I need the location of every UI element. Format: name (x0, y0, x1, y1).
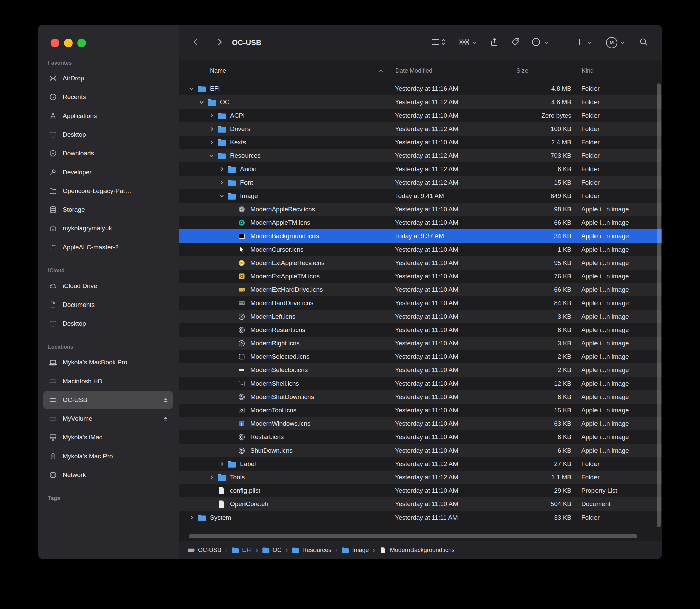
vertical-scrollbar-thumb[interactable] (657, 83, 661, 527)
doc-plist-icon (216, 487, 227, 495)
sidebar-item-documents[interactable]: Documents (43, 296, 173, 314)
disclosure-closed-icon[interactable] (207, 113, 216, 118)
disclosure-closed-icon[interactable] (217, 461, 226, 467)
file-row-modernrestart-icns[interactable]: ModernRestart.icnsYesterday at 11:10 AM6… (178, 323, 662, 337)
search-button[interactable] (639, 37, 649, 48)
disclosure-closed-icon[interactable] (207, 140, 216, 145)
sidebar-item-mykola-s-macbook-pro[interactable]: Mykola’s MacBook Pro (43, 353, 173, 371)
more-actions-button[interactable] (531, 37, 549, 48)
file-kind: Folder (576, 460, 662, 468)
path-item-oc-usb[interactable]: OC-USB (187, 547, 222, 554)
file-row-modernharddrive-icns[interactable]: ModernHardDrive.icnsYesterday at 11:10 A… (178, 296, 662, 310)
file-row-modernright-icns[interactable]: ModernRight.icnsYesterday at 11:10 AM3 K… (178, 337, 662, 350)
new-item-button[interactable] (575, 37, 593, 48)
path-item-efi[interactable]: EFI (231, 547, 251, 554)
forward-button[interactable] (215, 37, 225, 48)
disclosure-closed-icon[interactable] (207, 126, 216, 132)
file-row-tools[interactable]: ToolsYesterday at 11:12 AM1.1 MBFolder (178, 471, 662, 484)
sidebar-item-network[interactable]: Network (43, 466, 173, 484)
sidebar-item-developer[interactable]: Developer (43, 163, 173, 181)
sidebar-item-applealc-master-2[interactable]: AppleALC-master-2 (43, 238, 173, 256)
file-row-drivers[interactable]: DriversYesterday at 11:12 AM100 KBFolder (178, 122, 662, 136)
disclosure-closed-icon[interactable] (217, 180, 226, 185)
content-area: OC-USB M NameDate ModifiedSizeKind EFIYe… (178, 25, 662, 559)
file-row-restart-icns[interactable]: Restart.icnsYesterday at 11:10 AM6 KBApp… (178, 431, 662, 444)
sidebar-item-mykolagrymalyuk[interactable]: mykolagrymalyuk (43, 220, 173, 238)
file-row-moderncursor-icns[interactable]: ModernCursor.icnsYesterday at 11:10 AM1 … (178, 243, 662, 256)
sidebar-item-mykola-s-imac[interactable]: Mykola’s iMac (43, 429, 173, 447)
back-button[interactable] (191, 37, 200, 48)
horizontal-scrollbar-thumb[interactable] (189, 534, 637, 538)
file-row-efi[interactable]: EFIYesterday at 11:16 AM4.8 MBFolder (178, 82, 662, 95)
sidebar-item-recents[interactable]: Recents (43, 88, 173, 106)
folder-icon (226, 460, 238, 468)
file-row-shutdown-icns[interactable]: ShutDown.icnsYesterday at 11:10 AM6 KBAp… (178, 444, 662, 457)
file-row-modernextappletm-icns[interactable]: ModernExtAppleTM.icnsYesterday at 11:10 … (178, 269, 662, 283)
file-row-opencore-efi[interactable]: OpenCore.efiYesterday at 11:10 AM504 KBD… (178, 498, 662, 511)
account-button[interactable]: M (606, 37, 625, 48)
disclosure-open-icon[interactable] (217, 193, 226, 199)
file-row-system[interactable]: SystemYesterday at 11:11 AM33 KBFolder (178, 511, 662, 524)
disclosure-open-icon[interactable] (207, 153, 216, 158)
file-row-resources[interactable]: ResourcesYesterday at 11:12 AM703 KBFold… (178, 149, 662, 162)
zoom-button[interactable] (77, 38, 86, 47)
share-button[interactable] (489, 37, 500, 48)
disclosure-closed-icon[interactable] (207, 475, 216, 480)
eject-icon[interactable] (162, 415, 169, 422)
close-button[interactable] (51, 38, 59, 47)
sidebar-item-desktop[interactable]: Desktop (43, 126, 173, 144)
file-row-label[interactable]: LabelYesterday at 11:12 AM27 KBFolder (178, 457, 662, 471)
file-row-config-plist[interactable]: config.plistYesterday at 11:10 AM29 KBPr… (178, 484, 662, 498)
sidebar-item-myvolume[interactable]: MyVolume (43, 410, 173, 428)
minimize-button[interactable] (64, 38, 73, 47)
file-row-modernwindows-icns[interactable]: ModernWindows.icnsYesterday at 11:10 AM6… (178, 417, 662, 431)
sidebar-item-storage[interactable]: Storage (43, 201, 173, 219)
column-header-kind[interactable]: Kind (576, 65, 662, 77)
path-item-image[interactable]: Image (341, 547, 369, 554)
group-button[interactable] (458, 37, 477, 48)
file-kind: Apple i...n image (576, 206, 662, 213)
file-row-modernleft-icns[interactable]: ModernLeft.icnsYesterday at 11:10 AM3 KB… (178, 310, 662, 323)
path-item-modernbackground-icns[interactable]: ModernBackground.icns (379, 547, 455, 554)
sidebar-item-mykola-s-mac-pro[interactable]: Mykola’s Mac Pro (43, 447, 173, 465)
sidebar-item-icloud-drive[interactable]: iCloud Drive (43, 277, 173, 295)
file-row-modernselected-icns[interactable]: ModernSelected.icnsYesterday at 11:10 AM… (178, 350, 662, 363)
file-row-modernbackground-icns[interactable]: ModernBackground.icnsToday at 9:37 AM34 … (178, 229, 662, 243)
file-list: EFIYesterday at 11:16 AM4.8 MBFolderOCYe… (178, 82, 662, 524)
sidebar-item-desktop[interactable]: Desktop (43, 315, 173, 333)
sidebar-item-airdrop[interactable]: AirDrop (43, 69, 173, 87)
view-options-button[interactable] (431, 37, 447, 48)
file-row-audio[interactable]: AudioYesterday at 11:12 AM6 KBFolder (178, 162, 662, 176)
disclosure-open-icon[interactable] (197, 100, 206, 105)
file-row-oc[interactable]: OCYesterday at 11:12 AM4.8 MBFolder (178, 95, 662, 109)
path-item-oc[interactable]: OC (262, 547, 282, 554)
file-row-modernshutdown-icns[interactable]: ModernShutDown.icnsYesterday at 11:10 AM… (178, 390, 662, 404)
column-header-name[interactable]: Name (178, 65, 391, 77)
disclosure-closed-icon[interactable] (187, 515, 196, 520)
file-row-image[interactable]: ImageToday at 9:41 AM649 KBFolder (178, 189, 662, 203)
file-row-modernshell-icns[interactable]: ModernShell.icnsYesterday at 11:10 AM12 … (178, 377, 662, 390)
tags-button[interactable] (511, 37, 521, 48)
file-row-modernappletm-icns[interactable]: ModernAppleTM.icnsYesterday at 11:10 AM6… (178, 216, 662, 229)
column-header-size[interactable]: Size (512, 65, 576, 77)
file-row-acpi[interactable]: ACPIYesterday at 11:10 AMZero bytesFolde… (178, 109, 662, 122)
file-row-font[interactable]: FontYesterday at 11:12 AM15 KBFolder (178, 176, 662, 189)
file-row-modernapplerecv-icns[interactable]: ModernAppleRecv.icnsYesterday at 11:10 A… (178, 203, 662, 216)
file-row-kexts[interactable]: KextsYesterday at 11:10 AM2.4 MBFolder (178, 136, 662, 149)
sidebar-item-macintosh-hd[interactable]: Macintosh HD (43, 372, 173, 390)
sidebar-item-downloads[interactable]: Downloads (43, 144, 173, 162)
sidebar-item-opencore-legacy-pat[interactable]: Opencore-Legacy-Pat… (43, 182, 173, 200)
group-icon (458, 37, 469, 48)
path-item-resources[interactable]: Resources (292, 547, 331, 554)
file-row-modernselector-icns[interactable]: ModernSelector.icnsYesterday at 11:10 AM… (178, 363, 662, 377)
file-row-modernextapplerecv-icns[interactable]: ModernExtAppleRecv.icnsYesterday at 11:1… (178, 256, 662, 269)
sidebar-item-applications[interactable]: Applications (43, 107, 173, 125)
file-row-modernextharddrive-icns[interactable]: ModernExtHardDrive.icnsYesterday at 11:1… (178, 283, 662, 296)
sidebar-item-oc-usb[interactable]: OC-USB (43, 391, 173, 409)
file-kind: Apple i...n image (576, 393, 662, 401)
file-row-moderntool-icns[interactable]: ModernTool.icnsYesterday at 11:10 AM15 K… (178, 404, 662, 417)
eject-icon[interactable] (162, 397, 169, 403)
column-header-date-modified[interactable]: Date Modified (391, 65, 512, 77)
disclosure-closed-icon[interactable] (217, 167, 226, 172)
disclosure-open-icon[interactable] (187, 86, 196, 91)
